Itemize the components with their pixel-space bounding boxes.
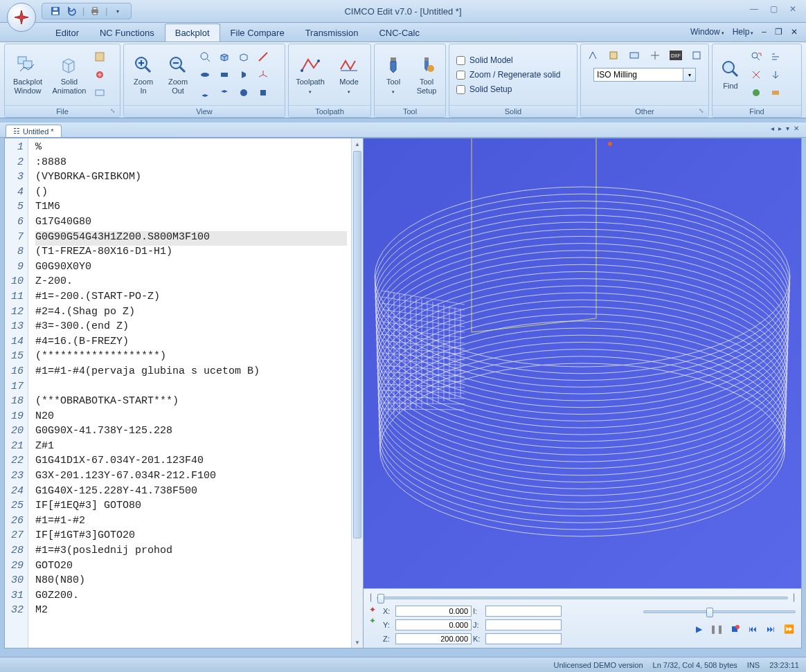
scroll-up[interactable]: ▲: [352, 138, 363, 149]
file-small-2[interactable]: [91, 66, 109, 83]
coord-k[interactable]: [485, 633, 562, 644]
menu-window[interactable]: Window ▾: [688, 26, 727, 38]
svg-point-18: [301, 69, 303, 72]
file-small-3[interactable]: [91, 84, 109, 101]
tab-transmission[interactable]: Transmission: [295, 24, 369, 42]
find-prev[interactable]: [767, 48, 785, 65]
view-zoom-all[interactable]: [196, 48, 214, 65]
minimize-button[interactable]: —: [746, 3, 762, 15]
tab-nc-functions[interactable]: NC Functions: [89, 24, 165, 42]
tool-button[interactable]: Tool▾: [377, 48, 409, 102]
zoom-regen-check[interactable]: Zoom / Regenerate solid: [452, 69, 574, 81]
menu-help[interactable]: Help ▾: [730, 26, 757, 38]
coord-j[interactable]: [485, 619, 562, 630]
mdi-restore[interactable]: ❐: [772, 26, 785, 38]
tab-file-compare[interactable]: File Compare: [220, 24, 295, 42]
step-back-button[interactable]: ⏮: [746, 623, 760, 635]
other-btn-dxf[interactable]: DXF: [667, 47, 685, 64]
origin-toggle-icon[interactable]: ✦: [369, 616, 376, 626]
other-btn-3[interactable]: [625, 47, 643, 64]
backplot-window-button[interactable]: Backplot Window: [8, 48, 48, 102]
tab-backplot[interactable]: Backplot: [165, 24, 220, 42]
toolpath-button[interactable]: Toolpath▾: [292, 48, 329, 102]
other-btn-4[interactable]: [646, 47, 664, 64]
other-btn-1[interactable]: [584, 47, 602, 64]
svg-rect-21: [424, 57, 429, 61]
play-button[interactable]: ▶: [692, 623, 706, 635]
status-demo: Unlicensed DEMO version: [554, 661, 643, 669]
scroll-thumb[interactable]: [353, 151, 361, 538]
pause-button[interactable]: ❚❚: [710, 623, 724, 635]
coord-y[interactable]: [395, 619, 472, 630]
other-launcher[interactable]: ⤡: [697, 107, 706, 116]
machine-type-dropdown[interactable]: ▾: [683, 68, 696, 82]
mode-button[interactable]: Mode▾: [330, 48, 368, 102]
code-editor[interactable]: %:8888(VYBORKA-GRIBKOM)()T1M6G17G40G80G0…: [28, 138, 351, 648]
view-iso-1[interactable]: [215, 48, 233, 65]
zoom-out-button[interactable]: Zoom Out: [161, 48, 195, 102]
toolpath-visualization: [364, 138, 801, 588]
zoom-in-button[interactable]: Zoom In: [127, 48, 160, 102]
solid-animation-button[interactable]: Solid Animation: [49, 48, 89, 102]
svg-point-19: [317, 60, 320, 62]
machine-type-combo[interactable]: ▾: [593, 68, 696, 82]
scroll-down[interactable]: ▼: [352, 637, 363, 648]
app-menu-orb[interactable]: [7, 3, 36, 32]
doc-tab-untitled[interactable]: ☷ Untitled *: [6, 125, 62, 137]
find-6[interactable]: [767, 84, 785, 101]
stop-button[interactable]: [728, 623, 742, 635]
solid-model-check[interactable]: Solid Model: [452, 54, 574, 66]
view-cube-3[interactable]: [235, 84, 253, 101]
group-title-toolpath: Toolpath: [289, 105, 370, 117]
view-side[interactable]: [235, 66, 253, 83]
editor-scrollbar[interactable]: ▲ ▼: [351, 138, 363, 648]
view-measure[interactable]: [254, 48, 272, 65]
speed-slider[interactable]: [643, 610, 796, 613]
ribbon-group-view: Zoom In Zoom Out View: [123, 44, 285, 118]
machine-type-input[interactable]: [593, 68, 683, 82]
qat-print[interactable]: [89, 5, 101, 17]
file-launcher[interactable]: ⤡: [109, 107, 117, 116]
find-goto[interactable]: [767, 66, 785, 83]
close-button[interactable]: ✕: [785, 3, 800, 15]
view-axes[interactable]: [254, 66, 272, 83]
file-small-1[interactable]: [91, 48, 109, 65]
tab-editor[interactable]: Editor: [45, 24, 89, 42]
qat-save[interactable]: [49, 5, 62, 17]
coord-z[interactable]: [395, 633, 472, 644]
coord-i[interactable]: [485, 606, 562, 617]
timeline-slider[interactable]: [377, 597, 788, 599]
maximize-button[interactable]: ▢: [766, 3, 781, 15]
mode-icon: [338, 54, 360, 76]
qat-customize[interactable]: ▾: [111, 5, 124, 17]
view-cube-2[interactable]: [215, 84, 233, 101]
document-tabstrip: ☷ Untitled * ◂ ▸ ▾ ✕: [0, 122, 806, 138]
find-next[interactable]: [747, 48, 765, 65]
view-iso-2[interactable]: [235, 48, 253, 65]
view-cube-4[interactable]: [254, 84, 272, 101]
other-btn-6[interactable]: [688, 47, 706, 64]
mdi-minimize[interactable]: –: [759, 26, 769, 38]
axes-toggle-icon[interactable]: ✦: [369, 605, 376, 615]
find-button[interactable]: Find: [715, 48, 746, 102]
find-mark[interactable]: [747, 66, 765, 83]
view-top[interactable]: [196, 66, 214, 83]
tool-setup-button[interactable]: Tool Setup: [411, 48, 442, 102]
solid-setup-check[interactable]: Solid Setup: [452, 83, 574, 96]
backplot-canvas[interactable]: [364, 138, 801, 588]
view-front[interactable]: [215, 66, 233, 83]
step-fwd-button[interactable]: ⏭: [764, 623, 778, 635]
tab-close[interactable]: ✕: [792, 125, 800, 132]
tab-list[interactable]: ▾: [785, 125, 791, 132]
fast-fwd-button[interactable]: ⏩: [782, 623, 796, 635]
find-5[interactable]: [747, 84, 765, 101]
tab-cnc-calc[interactable]: CNC-Calc: [368, 24, 430, 42]
tab-scroll-right[interactable]: ▸: [777, 125, 783, 132]
qat-undo[interactable]: [66, 5, 78, 17]
coord-x[interactable]: [395, 606, 472, 617]
view-cube-1[interactable]: [196, 84, 214, 101]
mdi-close[interactable]: ✕: [788, 26, 800, 38]
svg-point-38: [375, 201, 790, 380]
tab-scroll-left[interactable]: ◂: [769, 125, 776, 132]
other-btn-2[interactable]: [604, 47, 623, 64]
